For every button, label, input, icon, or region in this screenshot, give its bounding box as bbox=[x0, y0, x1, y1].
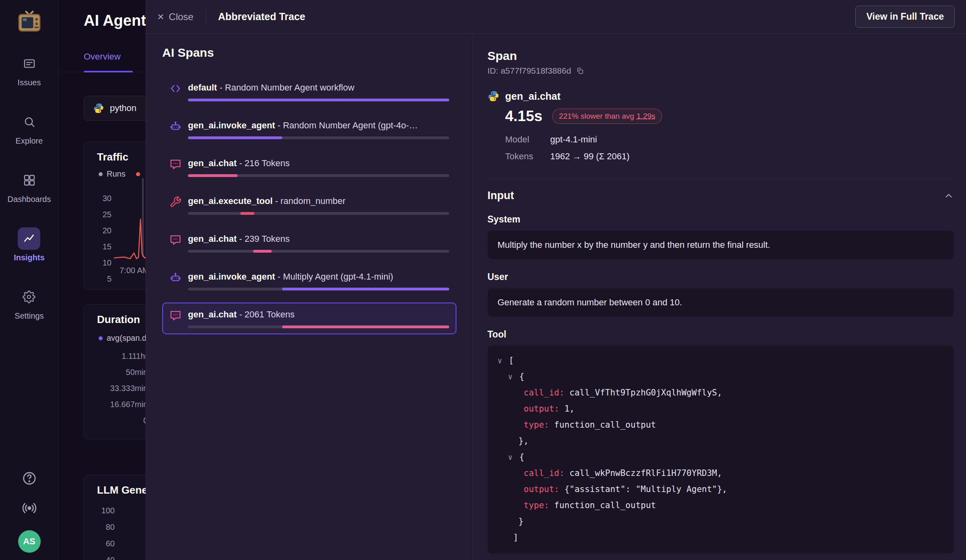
span-row[interactable]: gen_ai.chat - 216 Tokens bbox=[162, 151, 456, 183]
y-tick: 30 bbox=[87, 190, 111, 206]
span-row[interactable]: gen_ai.chat - 2061 Tokens bbox=[162, 303, 456, 334]
broadcast-icon[interactable] bbox=[22, 500, 37, 516]
chat-icon bbox=[169, 309, 182, 321]
user-label: User bbox=[487, 272, 954, 282]
runs-legend-label: Runs bbox=[107, 169, 126, 179]
system-message-box: Multiply the number x by the number y an… bbox=[487, 231, 954, 259]
y-tick: 50min bbox=[92, 364, 148, 380]
badge-text: 221% slower than avg bbox=[559, 112, 634, 121]
traffic-title: Traffic bbox=[97, 151, 128, 163]
python-icon bbox=[487, 90, 500, 102]
span-duration-bar bbox=[188, 250, 449, 253]
json-key: output: bbox=[524, 484, 559, 494]
span-content: gen_ai.chat - 2061 Tokens bbox=[188, 309, 449, 328]
span-row[interactable]: gen_ai.chat - 239 Tokens bbox=[162, 227, 456, 259]
json-key: type: bbox=[524, 420, 549, 430]
json-row: ] bbox=[497, 529, 944, 546]
chevron-down-icon[interactable]: ∨ bbox=[497, 352, 509, 369]
y-tick: 33.333min bbox=[92, 380, 148, 396]
avatar[interactable]: AS bbox=[18, 530, 41, 553]
y-tick: 100 bbox=[87, 502, 115, 519]
span-content: gen_ai.chat - 239 Tokens bbox=[188, 233, 449, 253]
traffic-legend: Runs bbox=[99, 169, 140, 179]
tab-underline bbox=[84, 71, 133, 72]
span-duration-segment bbox=[240, 212, 255, 215]
nav-label: Issues bbox=[18, 78, 41, 87]
dashboards-icon bbox=[18, 169, 41, 191]
span-content: gen_ai.chat - 216 Tokens bbox=[188, 157, 449, 177]
drawer-title: Abbreviated Trace bbox=[218, 11, 305, 23]
json-key: call_id: bbox=[524, 468, 564, 478]
span-duration-segment bbox=[188, 136, 282, 139]
span-content: gen_ai.invoke_agent - Multiply Agent (gp… bbox=[188, 271, 449, 290]
span-duration-segment bbox=[188, 99, 449, 101]
span-content: default - Random Number Agent workflow bbox=[188, 82, 449, 101]
y-tick: 1.111hr bbox=[92, 348, 148, 364]
span-duration-bar bbox=[188, 174, 449, 177]
sidebar-item-issues[interactable]: Issues bbox=[18, 52, 41, 87]
badge-avg-value[interactable]: 1.29s bbox=[637, 112, 655, 121]
close-button[interactable]: × Close bbox=[157, 11, 194, 23]
copy-icon[interactable] bbox=[576, 67, 584, 75]
llm-y-axis: 100 80 60 40 bbox=[87, 502, 115, 560]
json-row: type: function_call_output bbox=[497, 417, 944, 433]
json-row: call_id: call_VfTht9TpzhG0jXqlhWgWflyS, bbox=[497, 385, 944, 401]
json-row: type: function_call_output bbox=[497, 497, 944, 513]
project-name: python bbox=[110, 103, 136, 113]
sidebar-item-settings[interactable]: Settings bbox=[14, 286, 43, 321]
y-tick: 40 bbox=[87, 552, 115, 560]
span-duration-segment bbox=[282, 288, 449, 290]
tab-overview[interactable]: Overview bbox=[84, 51, 121, 62]
trace-drawer: × Close Abbreviated Trace View in Full T… bbox=[146, 0, 966, 560]
system-label: System bbox=[487, 214, 954, 225]
span-label: default - Random Number Agent workflow bbox=[188, 82, 449, 94]
json-row: ∨[ bbox=[497, 352, 944, 369]
span-row[interactable]: gen_ai.invoke_agent - Multiply Agent (gp… bbox=[162, 265, 456, 296]
sidebar-item-dashboards[interactable]: Dashboards bbox=[8, 169, 51, 204]
slower-than-avg-badge: 221% slower than avg 1.29s bbox=[552, 109, 662, 124]
help-icon[interactable] bbox=[22, 471, 37, 486]
span-duration-bar bbox=[188, 136, 449, 139]
code-icon bbox=[169, 82, 182, 95]
spans-list: default - Random Number Agent workflowge… bbox=[162, 76, 456, 334]
y-tick: 15 bbox=[87, 239, 111, 255]
span-detail-heading: Span bbox=[487, 49, 954, 63]
span-label: gen_ai.execute_tool - random_number bbox=[188, 195, 449, 207]
nav-label: Explore bbox=[16, 136, 43, 146]
close-label: Close bbox=[169, 11, 193, 23]
view-full-trace-button[interactable]: View in Full Trace bbox=[855, 6, 955, 28]
span-row[interactable]: gen_ai.execute_tool - random_number bbox=[162, 189, 456, 221]
insights-icon bbox=[18, 227, 40, 250]
tv-logo-icon bbox=[16, 9, 43, 35]
y-tick: 16.667min bbox=[92, 396, 148, 412]
span-content: gen_ai.execute_tool - random_number bbox=[188, 195, 449, 215]
header-divider bbox=[206, 9, 206, 25]
span-op-line: gen_ai.chat bbox=[487, 90, 954, 102]
y-tick: 5 bbox=[87, 271, 111, 287]
sidebar: Issues Explore Dashboards Insights Setti… bbox=[0, 0, 59, 560]
drawer-header: × Close Abbreviated Trace View in Full T… bbox=[146, 0, 966, 34]
tokens-label: Tokens bbox=[505, 151, 550, 162]
sidebar-item-insights[interactable]: Insights bbox=[14, 227, 45, 262]
json-row: output: 1, bbox=[497, 401, 944, 417]
y-tick: 25 bbox=[87, 206, 111, 222]
duration-y-axis: 1.111hr 50min 33.333min 16.667min 0 bbox=[92, 348, 148, 428]
chat-icon bbox=[169, 158, 182, 170]
span-meta: Model gpt-4.1-mini Tokens 1962 → 99 (Σ 2… bbox=[505, 134, 954, 162]
chat-icon bbox=[169, 234, 182, 246]
spans-column: AI Spans default - Random Number Agent w… bbox=[146, 34, 473, 560]
runs-legend-dot bbox=[99, 172, 103, 176]
chevron-down-icon[interactable]: ∨ bbox=[508, 369, 519, 385]
user-message-box: Generate a random number between 0 and 1… bbox=[487, 288, 954, 317]
org-logo[interactable] bbox=[16, 9, 43, 35]
errors-legend-dot bbox=[136, 172, 140, 176]
search-icon bbox=[18, 111, 41, 133]
sidebar-item-explore[interactable]: Explore bbox=[16, 111, 43, 146]
robot-icon bbox=[169, 272, 182, 284]
y-tick: 10 bbox=[87, 255, 111, 271]
span-row[interactable]: default - Random Number Agent workflow bbox=[162, 76, 456, 107]
chevron-up-icon[interactable] bbox=[943, 191, 954, 201]
chevron-down-icon[interactable]: ∨ bbox=[508, 449, 519, 465]
span-row[interactable]: gen_ai.invoke_agent - Random Number Agen… bbox=[162, 113, 456, 145]
avg-duration-legend-dot bbox=[99, 336, 103, 340]
